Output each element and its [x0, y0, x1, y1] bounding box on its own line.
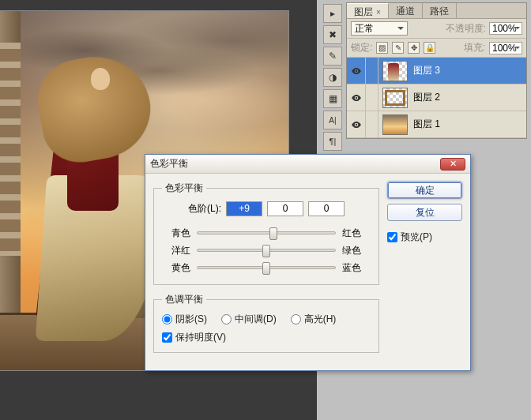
level-value-1[interactable]: 0 [267, 201, 303, 216]
color-slider-0[interactable] [197, 231, 336, 234]
level-label: 色阶(L): [188, 202, 221, 216]
tool-options-strip: ▸ ✖ ✎ ◑ ▦ A| ¶| [322, 2, 343, 153]
layer-list: 图层 3 图层 2 图层 1 [347, 58, 526, 138]
tool-icon-6[interactable]: A| [323, 111, 342, 129]
layer-name: 图层 3 [413, 64, 440, 77]
svg-point-0 [355, 69, 356, 71]
slider-row-0: 青色红色 [162, 224, 371, 242]
slider-right-label: 红色 [342, 227, 371, 240]
slider-left-label: 黄色 [162, 261, 190, 275]
fill-label: 填充: [464, 41, 485, 54]
layers-panel: 图层× 通道 路径 正常 不透明度: 100% 锁定: ▨ ✎ ✥ 🔒 填充: … [346, 2, 527, 139]
radio-shadows-input[interactable] [162, 314, 172, 324]
color-balance-legend: 色彩平衡 [162, 182, 206, 195]
blend-mode-value: 正常 [355, 23, 374, 34]
lock-move-icon[interactable]: ✥ [408, 42, 420, 54]
visibility-toggle[interactable] [347, 111, 366, 137]
radio-midtones-input[interactable] [221, 314, 232, 324]
tool-icon-5[interactable]: ▦ [323, 89, 342, 108]
tool-icon-7[interactable]: ¶| [323, 132, 342, 151]
tab-close-indicator: × [376, 8, 381, 17]
layer-name: 图层 1 [413, 118, 440, 131]
layer-row-1[interactable]: 图层 1 [347, 111, 526, 138]
color-slider-1[interactable] [197, 249, 336, 252]
level-value-0[interactable]: +9 [226, 201, 262, 216]
layer-thumbnail[interactable] [382, 114, 408, 135]
tab-channels-label: 通道 [396, 6, 415, 17]
radio-shadows[interactable]: 阴影(S) [162, 313, 207, 326]
slider-left-label: 青色 [162, 227, 190, 240]
radio-highlights[interactable]: 高光(H) [291, 313, 337, 326]
radio-midtones[interactable]: 中间调(D) [221, 313, 277, 326]
checkbox-preserve-input[interactable] [162, 332, 172, 343]
level-value-2[interactable]: 0 [308, 201, 345, 216]
checkbox-preserve-luminosity[interactable]: 保持明度(V) [162, 331, 226, 344]
color-slider-2[interactable] [197, 266, 336, 269]
slider-right-label: 绿色 [342, 244, 371, 257]
ok-button[interactable]: 确定 [387, 182, 462, 199]
color-balance-dialog: 色彩平衡 ✕ 色彩平衡 色阶(L): +9 0 0 青色红色洋红绿色黄色蓝色 色… [145, 154, 471, 371]
color-balance-group: 色彩平衡 色阶(L): +9 0 0 青色红色洋红绿色黄色蓝色 [153, 182, 379, 285]
checkbox-preview[interactable]: 预览(P) [387, 231, 432, 244]
tone-balance-group: 色调平衡 阴影(S) 中间调(D) 高光(H) 保持明度(V) [153, 293, 379, 353]
panel-tabs: 图层× 通道 路径 [347, 3, 526, 19]
layer-thumbnail[interactable] [382, 88, 408, 108]
layer-row-2[interactable]: 图层 2 [347, 84, 526, 111]
tab-paths[interactable]: 路径 [423, 3, 457, 18]
opacity-label: 不透明度: [446, 22, 486, 36]
fill-value: 100% [492, 43, 517, 54]
tool-icon-1[interactable]: ▸ [323, 4, 342, 23]
slider-left-label: 洋红 [162, 244, 190, 257]
tab-layers[interactable]: 图层× [347, 3, 389, 18]
close-button[interactable]: ✕ [440, 158, 465, 171]
slider-right-label: 蓝色 [342, 261, 371, 275]
tool-icon-2[interactable]: ✖ [323, 25, 342, 44]
slider-row-1: 洋红绿色 [162, 242, 371, 259]
tool-icon-4[interactable]: ◑ [323, 68, 342, 87]
tab-paths-label: 路径 [430, 6, 449, 17]
reset-button[interactable]: 复位 [387, 204, 462, 221]
checkbox-preview-input[interactable] [387, 232, 397, 242]
visibility-toggle[interactable] [347, 58, 366, 84]
slider-row-2: 黄色蓝色 [162, 259, 371, 276]
layer-name: 图层 2 [413, 91, 440, 104]
blend-mode-select[interactable]: 正常 [351, 21, 408, 36]
layer-row-3[interactable]: 图层 3 [347, 58, 526, 84]
dialog-title: 色彩平衡 [150, 157, 188, 171]
lock-transparent-icon[interactable]: ▨ [376, 42, 388, 54]
tool-icon-3[interactable]: ✎ [323, 47, 342, 66]
layer-thumbnail[interactable] [382, 61, 408, 81]
dialog-titlebar[interactable]: 色彩平衡 ✕ [145, 155, 470, 174]
lock-label: 锁定: [351, 41, 372, 54]
opacity-value: 100% [492, 23, 517, 34]
svg-point-2 [355, 123, 356, 125]
visibility-toggle[interactable] [347, 84, 366, 111]
tab-layers-label: 图层 [354, 6, 373, 17]
radio-highlights-input[interactable] [291, 314, 301, 324]
opacity-input[interactable]: 100% [489, 22, 522, 35]
tone-balance-legend: 色调平衡 [162, 293, 206, 306]
svg-point-1 [355, 96, 356, 98]
lock-all-icon[interactable]: 🔒 [424, 42, 435, 54]
tab-channels[interactable]: 通道 [389, 3, 423, 18]
lock-paint-icon[interactable]: ✎ [392, 42, 404, 54]
fill-input[interactable]: 100% [489, 42, 522, 54]
